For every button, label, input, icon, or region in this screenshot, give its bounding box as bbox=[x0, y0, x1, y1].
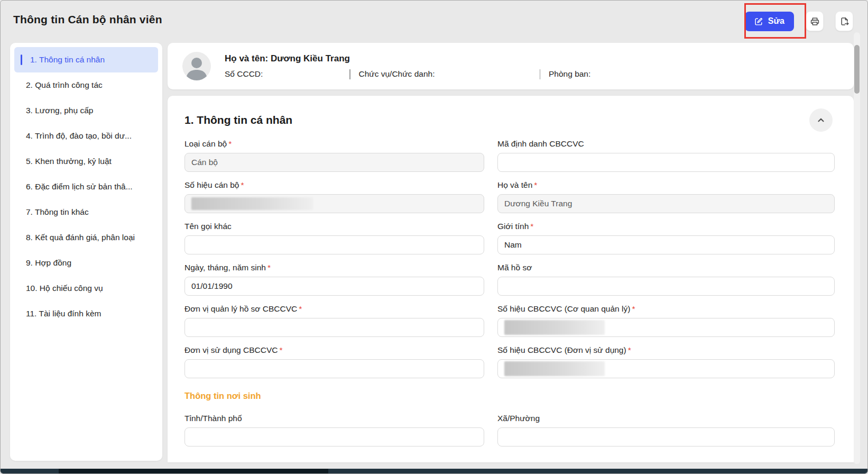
employee-name: Họ và tên: Dương Kiều Trang bbox=[225, 53, 839, 64]
field-label: Họ và tên bbox=[497, 180, 532, 189]
required-mark: * bbox=[267, 263, 271, 272]
vertical-scrollbar-track[interactable] bbox=[854, 32, 860, 464]
export-icon bbox=[839, 16, 849, 26]
employee-summary-card: Họ và tên: Dương Kiều Trang Số CCCD: Chứ… bbox=[168, 43, 854, 89]
divider bbox=[540, 69, 541, 79]
ma-dinh-danh-input[interactable] bbox=[497, 153, 835, 172]
avatar bbox=[182, 52, 211, 80]
field-label: Mã định danh CBCCVC bbox=[497, 139, 835, 149]
field-label: Đơn vị quản lý hồ sơ CBCCVC bbox=[184, 304, 297, 313]
gioi-tinh-input[interactable]: Nam bbox=[497, 235, 835, 254]
sidebar-item-khen-thuong-ky-luat[interactable]: 5. Khen thưởng, kỷ luật bbox=[14, 149, 158, 174]
field-label: Ngày, tháng, năm sinh bbox=[184, 263, 266, 272]
edit-icon bbox=[754, 17, 763, 26]
required-mark: * bbox=[530, 222, 533, 231]
bottom-strip-segment bbox=[59, 469, 328, 473]
required-mark: * bbox=[299, 304, 302, 313]
required-mark: * bbox=[632, 304, 635, 313]
page-title: Thông tin Cán bộ nhân viên bbox=[13, 13, 162, 26]
so-hieu-don-vi-su-dung-input[interactable] bbox=[497, 359, 835, 378]
field-label: Mã hồ sơ bbox=[497, 263, 835, 272]
field-tinh-thanh-pho: Tỉnh/Thành phố bbox=[184, 414, 484, 446]
bottom-taskbar-strip bbox=[1, 469, 867, 473]
sidebar-item-label: 6. Đặc điểm lịch sử bản thâ... bbox=[26, 182, 133, 192]
birthplace-subsection-title: Thông tin nơi sinh bbox=[184, 391, 835, 401]
required-mark: * bbox=[628, 345, 631, 354]
ten-goi-khac-input[interactable] bbox=[184, 235, 484, 254]
divider bbox=[349, 69, 350, 79]
sidebar-item-label: 3. Lương, phụ cấp bbox=[26, 106, 93, 115]
redacted-value bbox=[191, 197, 313, 210]
field-label: Đơn vị sử dụng CBCCVC bbox=[184, 345, 278, 354]
field-ma-dinh-danh: Mã định danh CBCCVC bbox=[497, 139, 835, 172]
sidebar-item-qua-trinh-cong-tac[interactable]: 2. Quá trình công tác bbox=[14, 72, 158, 98]
field-ngay-sinh: Ngày, tháng, năm sinh* 01/01/1990 bbox=[184, 263, 484, 296]
employee-position-label: Chức vụ/Chức danh: bbox=[359, 69, 540, 79]
field-label: Số hiệu CBCCVC (Đơn vị sử dụng) bbox=[497, 345, 626, 354]
field-label: Số hiệu cán bộ bbox=[184, 180, 239, 189]
sidebar-item-label: 8. Kết quả đánh giá, phân loại bbox=[26, 233, 135, 242]
field-ten-goi-khac: Tên gọi khác bbox=[184, 222, 484, 254]
field-label: Giới tính bbox=[497, 222, 529, 231]
required-mark: * bbox=[228, 139, 232, 148]
sidebar-item-thong-tin-ca-nhan[interactable]: 1. Thông tin cá nhân bbox=[14, 47, 158, 72]
sidebar-item-trinh-do-dao-tao[interactable]: 4. Trình độ, đào tạo, bồi dư... bbox=[14, 123, 158, 149]
title-bar: Thông tin Cán bộ nhân viên Sửa bbox=[1, 1, 867, 43]
ngay-sinh-input[interactable]: 01/01/1990 bbox=[184, 277, 484, 296]
field-don-vi-quan-ly: Đơn vị quản lý hồ sơ CBCCVC* bbox=[184, 304, 484, 337]
sidebar-item-thong-tin-khac[interactable]: 7. Thông tin khác bbox=[14, 199, 158, 225]
don-vi-su-dung-input[interactable] bbox=[184, 359, 484, 378]
field-xa-phuong: Xã/Phường bbox=[497, 414, 835, 446]
so-hieu-can-bo-input[interactable] bbox=[184, 194, 484, 213]
tinh-thanh-pho-input[interactable] bbox=[184, 427, 484, 446]
sidebar-item-ket-qua-danh-gia[interactable]: 8. Kết quả đánh giá, phân loại bbox=[14, 225, 158, 250]
required-mark: * bbox=[241, 180, 244, 189]
loai-can-bo-input[interactable]: Cán bộ bbox=[184, 153, 484, 172]
section-title: 1. Thông tin cá nhân bbox=[184, 114, 292, 126]
sidebar-item-hop-dong[interactable]: 9. Hợp đồng bbox=[14, 250, 158, 276]
sidebar-item-dac-diem-lich-su[interactable]: 6. Đặc điểm lịch sử bản thâ... bbox=[14, 174, 158, 199]
export-button[interactable] bbox=[835, 11, 853, 31]
field-ma-ho-so: Mã hồ sơ bbox=[497, 263, 835, 296]
field-label: Tỉnh/Thành phố bbox=[184, 414, 484, 423]
ho-va-ten-input[interactable]: Dương Kiều Trang bbox=[497, 194, 835, 213]
print-icon bbox=[810, 16, 820, 26]
toolbar-actions: Sửa bbox=[745, 11, 853, 31]
don-vi-quan-ly-input[interactable] bbox=[184, 318, 484, 337]
chevron-up-icon bbox=[816, 115, 826, 125]
edit-button[interactable]: Sửa bbox=[745, 12, 794, 31]
field-label: Tên gọi khác bbox=[184, 222, 484, 231]
sidebar-item-label: 10. Hộ chiếu công vụ bbox=[26, 284, 103, 293]
sidebar-item-label: 7. Thông tin khác bbox=[26, 207, 89, 217]
employee-meta-row: Số CCCD: Chức vụ/Chức danh: Phòng ban: bbox=[225, 69, 839, 79]
ma-ho-so-input[interactable] bbox=[497, 277, 835, 296]
field-so-hieu-can-bo: Số hiệu cán bộ* bbox=[184, 180, 484, 213]
redacted-value bbox=[504, 361, 605, 376]
field-so-hieu-co-quan-quan-ly: Số hiệu CBCCVC (Cơ quan quản lý)* bbox=[497, 304, 835, 337]
collapse-section-button[interactable] bbox=[809, 108, 833, 132]
sidebar-item-label: 5. Khen thưởng, kỷ luật bbox=[26, 157, 112, 166]
employee-department-label: Phòng ban: bbox=[549, 69, 590, 79]
field-gioi-tinh: Giới tính* Nam bbox=[497, 222, 835, 254]
sidebar-item-tai-lieu-dinh-kem[interactable]: 11. Tài liệu đính kèm bbox=[14, 301, 158, 326]
field-ho-va-ten: Họ và tên* Dương Kiều Trang bbox=[497, 180, 835, 213]
sidebar-item-luong-phu-cap[interactable]: 3. Lương, phụ cấp bbox=[14, 98, 158, 123]
sidebar-item-label: 9. Hợp đồng bbox=[26, 258, 71, 268]
field-label: Số hiệu CBCCVC (Cơ quan quản lý) bbox=[497, 304, 630, 313]
xa-phuong-input[interactable] bbox=[497, 427, 835, 446]
sidebar-item-label: 2. Quá trình công tác bbox=[26, 80, 103, 90]
sidebar-item-label: 4. Trình độ, đào tạo, bồi dư... bbox=[26, 131, 132, 141]
sidebar-item-ho-chieu-cong-vu[interactable]: 10. Hộ chiếu công vụ bbox=[14, 276, 158, 301]
sidebar-item-label: 1. Thông tin cá nhân bbox=[30, 55, 105, 65]
so-hieu-co-quan-quan-ly-input[interactable] bbox=[497, 318, 835, 337]
vertical-scrollbar-thumb[interactable] bbox=[854, 45, 860, 94]
employee-cccd-label: Số CCCD: bbox=[225, 69, 349, 79]
sidebar-item-label: 11. Tài liệu đính kèm bbox=[26, 309, 101, 318]
employee-info: Họ và tên: Dương Kiều Trang Số CCCD: Chứ… bbox=[225, 53, 839, 79]
field-so-hieu-don-vi-su-dung: Số hiệu CBCCVC (Đơn vị sử dụng)* bbox=[497, 345, 835, 378]
edit-button-label: Sửa bbox=[768, 16, 784, 26]
section-nav-sidebar: 1. Thông tin cá nhân 2. Quá trình công t… bbox=[10, 43, 162, 461]
field-label: Loại cán bộ bbox=[184, 139, 227, 148]
print-button[interactable] bbox=[806, 11, 824, 31]
redacted-value bbox=[504, 320, 605, 335]
